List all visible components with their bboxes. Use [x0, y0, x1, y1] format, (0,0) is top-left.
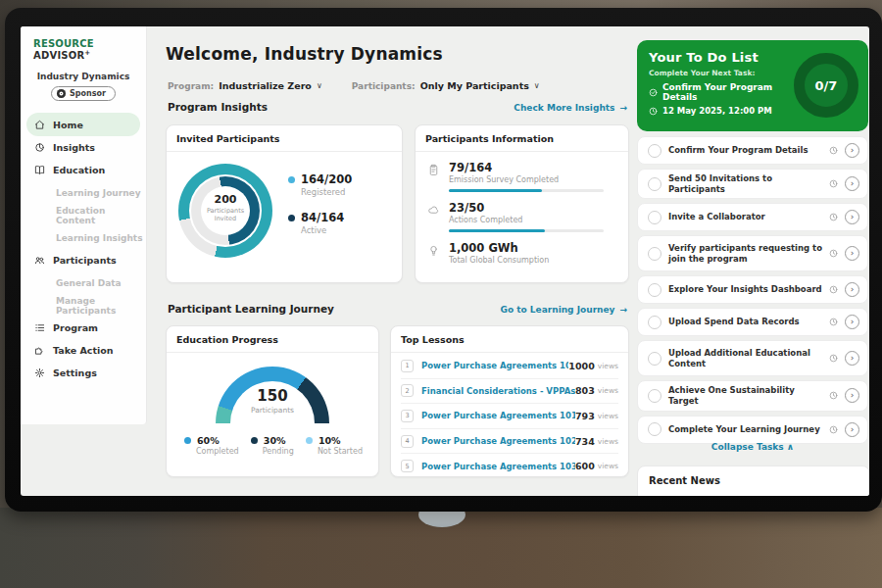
chevron-down-icon: ∨: [317, 81, 322, 90]
invited-participants-donut: 200 Participants Invited: [178, 164, 272, 258]
task-open-button[interactable]: ›: [845, 176, 859, 191]
task-open-button[interactable]: ›: [845, 351, 859, 366]
sidebar-item-education[interactable]: Education: [21, 159, 146, 181]
sidebar-item-home[interactable]: Home: [26, 113, 140, 136]
sponsor-icon: [57, 89, 66, 98]
filters-row: Program: Industrialize Zero ∨ Participan…: [168, 80, 540, 91]
chevron-up-icon: ∧: [787, 442, 794, 452]
lesson-link[interactable]: Financial Considerations - VPPAs: [421, 386, 575, 396]
lesson-link[interactable]: Power Purchase Agreements 101: [421, 361, 568, 370]
clock-icon: [829, 391, 838, 400]
clock-icon: [829, 425, 838, 434]
sidebar-item-insights[interactable]: Insights: [21, 136, 146, 159]
invited-center-value: 200: [196, 193, 255, 206]
todo-due: 12 May 2025, 12:00 PM: [649, 106, 796, 116]
collapse-tasks-link[interactable]: Collapse Tasks ∧: [637, 442, 868, 452]
participants-information-card: Participants Information 79/164 Emission…: [415, 124, 629, 283]
sidebar-item-general-data[interactable]: General Data: [21, 271, 146, 294]
program-select[interactable]: Program: Industrialize Zero ∨: [168, 80, 322, 91]
actions-completed-stat: 23/50 Actions Completed: [427, 201, 616, 232]
task-row[interactable]: Confirm Your Program Details ›: [637, 136, 868, 165]
task-checkbox[interactable]: [648, 352, 662, 366]
recent-news-card: Recent News: [637, 466, 869, 496]
lesson-link[interactable]: Power Purchase Agreements 103: [421, 462, 575, 471]
clock-icon: [649, 107, 658, 116]
task-checkbox[interactable]: [648, 422, 662, 436]
task-row[interactable]: Upload Additional Educational Content ›: [637, 340, 868, 376]
sidebar-item-program[interactable]: Program: [21, 317, 146, 339]
sidebar-item-participants[interactable]: Participants: [21, 249, 146, 271]
sidebar-item-learning-journey[interactable]: Learning Journey: [21, 181, 146, 204]
task-checkbox[interactable]: [648, 177, 662, 191]
go-to-learning-journey-link[interactable]: Go to Learning Journey →: [501, 305, 627, 315]
survey-icon: [427, 164, 440, 176]
sidebar-item-manage-participants[interactable]: Manage Participants: [21, 294, 146, 317]
task-checkbox[interactable]: [648, 211, 662, 224]
lesson-row: 5 Power Purchase Agreements 103 600 view…: [401, 454, 618, 478]
page-title: Welcome, Industry Dynamics: [166, 44, 443, 64]
clock-icon: [829, 249, 838, 258]
task-list: Confirm Your Program Details › Send 50 I…: [637, 136, 868, 448]
clock-icon: [829, 213, 838, 221]
task-checkbox[interactable]: [648, 144, 662, 158]
app-logo: RESOURCE ADVISOR+: [33, 38, 136, 61]
lesson-link[interactable]: Power Purchase Agreements 102: [421, 436, 575, 446]
sidebar-item-learning-insights[interactable]: Learning Insights: [21, 226, 146, 249]
arrow-right-icon: →: [619, 103, 627, 113]
task-row[interactable]: Send 50 Invitations to Participants ›: [637, 169, 868, 199]
sidebar: RESOURCE ADVISOR+ Industry Dynamics Spon…: [21, 26, 147, 424]
task-checkbox[interactable]: [648, 247, 662, 261]
emission-survey-stat: 79/164 Emission Survey Completed: [427, 161, 616, 192]
task-row[interactable]: Invite a Collaborator ›: [637, 203, 868, 231]
registered-dot: [288, 176, 295, 183]
arrow-right-icon: →: [619, 305, 627, 315]
education-legend: 60% Completed 30% Pending 10% Not Starte…: [167, 423, 378, 456]
task-row[interactable]: Upload Spend Data Records ›: [637, 308, 868, 336]
gauge-center-label: Participants: [216, 406, 329, 415]
actions-icon: [427, 204, 440, 217]
participants-select[interactable]: Participants: Only My Participants ∨: [352, 80, 540, 91]
not-started-dot: [306, 437, 313, 444]
pending-dot: [251, 437, 258, 444]
completed-dot: [184, 437, 191, 444]
consumption-stat: 1,000 GWh Total Global Consumption: [427, 241, 616, 265]
sponsor-badge[interactable]: Sponsor: [51, 86, 116, 101]
task-checkbox[interactable]: [648, 389, 662, 403]
task-row[interactable]: Verify participants requesting to join t…: [637, 235, 868, 271]
task-row[interactable]: Complete Your Learning Journey ›: [637, 416, 868, 444]
lesson-row: 1 Power Purchase Agreements 101 1000 vie…: [401, 354, 618, 379]
clock-icon: [829, 354, 838, 363]
learning-journey-title: Participant Learning Journey: [168, 303, 334, 315]
sidebar-item-education-content[interactable]: Education Content: [21, 204, 146, 226]
task-open-button[interactable]: ›: [845, 388, 859, 403]
chevron-down-icon: ∨: [534, 81, 540, 90]
lesson-row: 2 Financial Considerations - VPPAs 803 v…: [401, 379, 618, 405]
todo-next-task: Confirm Your Program Details: [649, 82, 796, 102]
sidebar-nav: Home Insights Education Learning Journey…: [21, 113, 146, 384]
task-open-button[interactable]: ›: [845, 315, 859, 329]
sidebar-item-settings[interactable]: Settings: [21, 362, 146, 384]
insights-icon: [34, 142, 45, 153]
task-open-button[interactable]: ›: [845, 282, 859, 297]
task-row[interactable]: Explore Your Insights Dashboard ›: [637, 275, 868, 304]
active-dot: [288, 215, 295, 221]
check-more-insights-link[interactable]: Check More Insights →: [514, 103, 627, 113]
puzzle-icon: [34, 345, 45, 356]
gauge-center-value: 150: [216, 387, 329, 405]
task-checkbox[interactable]: [648, 316, 662, 329]
participants-icon: [34, 255, 45, 266]
task-open-button[interactable]: ›: [845, 246, 859, 261]
lesson-link[interactable]: Power Purchase Agreements 101: [421, 411, 575, 420]
check-circle-icon: [649, 88, 658, 97]
home-icon: [34, 120, 45, 130]
clock-icon: [829, 285, 838, 294]
sidebar-item-take-action[interactable]: Take Action: [21, 339, 146, 362]
task-open-button[interactable]: ›: [845, 143, 859, 158]
todo-card: Your To Do List Complete Your Next Task:…: [637, 40, 868, 131]
task-row[interactable]: Achieve One Sustainability Target ›: [637, 380, 868, 411]
task-open-button[interactable]: ›: [845, 210, 859, 224]
book-icon: [34, 165, 45, 175]
task-open-button[interactable]: ›: [845, 422, 859, 437]
clock-icon: [829, 318, 838, 326]
task-checkbox[interactable]: [648, 283, 662, 297]
